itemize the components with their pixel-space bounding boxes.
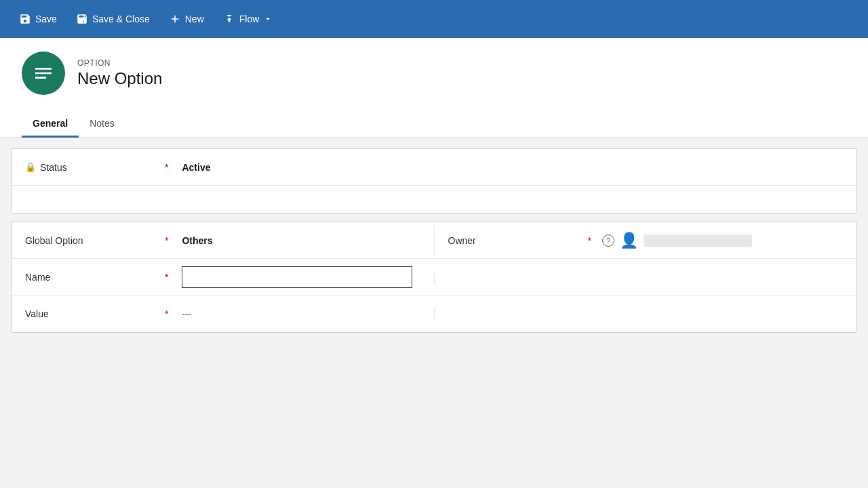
toolbar: Save Save & Close New Flow [0, 0, 868, 38]
status-empty-row [12, 186, 856, 213]
status-row: 🔒 Status * Active [12, 149, 856, 186]
global-option-col: Global Option * Others [12, 228, 434, 253]
status-label-container: 🔒 Status [25, 162, 161, 173]
owner-label: Owner [448, 235, 476, 246]
owner-field-area: ? 👤 [591, 232, 752, 249]
avatar [22, 52, 65, 95]
value-label-container: Value [25, 308, 161, 319]
global-option-value: Others [168, 235, 420, 246]
details-section: Global Option * Others Owner * ? 👤 [11, 222, 857, 333]
flow-icon [223, 13, 235, 25]
help-icon[interactable]: ? [602, 235, 614, 247]
name-right-empty [434, 270, 857, 284]
new-button[interactable]: New [161, 9, 212, 29]
entity-header: OPTION New Option [22, 52, 846, 106]
flow-button[interactable]: Flow [215, 9, 281, 29]
value-label: Value [25, 308, 49, 319]
value-row: Value * --- [12, 296, 856, 332]
flow-label: Flow [239, 14, 260, 24]
entity-info: OPTION New Option [77, 58, 162, 88]
name-label-container: Name [25, 272, 161, 283]
save-icon [19, 13, 31, 25]
save-button[interactable]: Save [11, 9, 65, 29]
status-value: Active [168, 162, 843, 173]
save-close-icon [76, 13, 88, 25]
header-area: OPTION New Option General Notes [0, 38, 868, 138]
save-label: Save [35, 14, 57, 24]
name-row: Name * [12, 259, 856, 296]
owner-col: Owner * ? 👤 [434, 225, 857, 256]
value-value: --- [168, 308, 191, 319]
entity-type: OPTION [77, 58, 162, 68]
content-area: 🔒 Status * Active Global Option * Others… [0, 138, 868, 488]
person-icon: 👤 [620, 232, 638, 249]
new-icon [169, 13, 181, 25]
chevron-down-icon [263, 14, 273, 24]
owner-label-container: Owner [448, 235, 584, 246]
global-option-label-container: Global Option [25, 235, 161, 246]
name-required: * [165, 272, 168, 283]
global-option-label: Global Option [25, 235, 83, 246]
value-col: Value * --- [12, 302, 434, 326]
entity-name: New Option [77, 69, 162, 88]
status-label: Status [40, 162, 67, 173]
avatar-icon [33, 62, 54, 84]
new-label: New [185, 14, 204, 24]
save-close-button[interactable]: Save & Close [68, 9, 158, 29]
tab-notes[interactable]: Notes [79, 111, 125, 138]
value-right-empty [434, 307, 857, 321]
owner-value [644, 235, 752, 247]
tab-general[interactable]: General [22, 111, 79, 138]
name-input[interactable] [182, 266, 412, 288]
lock-icon: 🔒 [25, 162, 36, 172]
save-close-label: Save & Close [92, 14, 150, 24]
status-section: 🔒 Status * Active [11, 148, 857, 214]
global-owner-row: Global Option * Others Owner * ? 👤 [12, 222, 856, 259]
tabs: General Notes [22, 111, 846, 137]
name-col: Name * [12, 260, 434, 295]
name-label: Name [25, 272, 50, 283]
